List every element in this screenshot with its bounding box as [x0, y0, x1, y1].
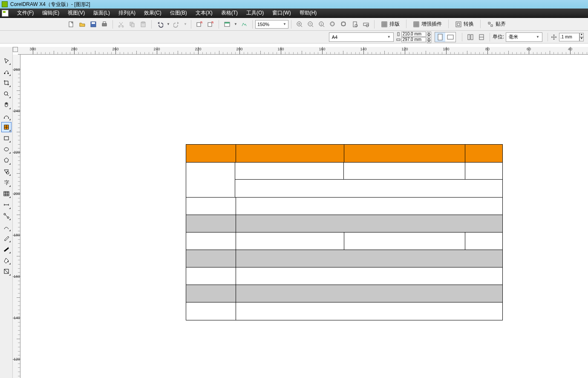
menu-效果[interactable]: 效果(C): [140, 9, 166, 17]
toolbar-贴齐[interactable]: 贴齐: [484, 20, 509, 29]
export-button[interactable]: [206, 20, 215, 29]
print-button[interactable]: [100, 20, 109, 29]
app-dropdown[interactable]: ▼: [233, 20, 238, 29]
svg-point-46: [4, 148, 9, 151]
separator: [374, 20, 375, 29]
svg-rect-32: [398, 32, 399, 36]
zoom-selection-button[interactable]: [328, 20, 337, 29]
portrait-button[interactable]: [435, 32, 445, 42]
zoom-all-button[interactable]: [339, 20, 349, 29]
nudge-spinner[interactable]: ▲▼: [579, 33, 584, 41]
tool-ellipse[interactable]: [1, 144, 12, 154]
zoom-page-button[interactable]: [350, 20, 360, 29]
svg-rect-29: [456, 22, 461, 27]
table-object[interactable]: [186, 144, 503, 320]
page-size-value: A4: [332, 35, 337, 40]
menu-文本[interactable]: 文本(X): [191, 9, 217, 17]
menu-文件[interactable]: 文件(F): [13, 9, 38, 17]
zoom-combo[interactable]: 150%▼: [255, 20, 288, 29]
canvas[interactable]: [20, 55, 588, 378]
landscape-button[interactable]: [445, 32, 455, 42]
tool-dimension[interactable]: [1, 200, 12, 210]
svg-point-41: [4, 92, 8, 95]
apply-page-button[interactable]: [466, 32, 475, 42]
undo-dropdown[interactable]: ▼: [166, 20, 170, 29]
svg-rect-3: [102, 23, 107, 26]
tool-curve[interactable]: [1, 111, 12, 121]
apply-all-button[interactable]: [477, 32, 486, 42]
tool-crop[interactable]: [1, 78, 12, 88]
paste-button[interactable]: [138, 20, 148, 29]
svg-point-39: [4, 73, 5, 74]
nudge-input[interactable]: .1 mm: [559, 33, 579, 41]
svg-rect-49: [4, 192, 9, 196]
import-button[interactable]: [195, 20, 204, 29]
ruler-horizontal[interactable]: 300280260240220200180160140120100806040: [18, 47, 588, 55]
zoom-actual-button[interactable]: 1: [317, 20, 326, 29]
tool-eyedropper[interactable]: [1, 233, 12, 243]
tool-rect[interactable]: [1, 133, 12, 143]
tool-connector[interactable]: [1, 211, 12, 221]
separator: [219, 20, 219, 29]
unit-combo[interactable]: 毫米▼: [506, 32, 542, 42]
redo-button[interactable]: [172, 20, 182, 29]
cut-button[interactable]: [116, 20, 126, 29]
menu-窗口[interactable]: 窗口(W): [268, 9, 295, 17]
new-button[interactable]: [66, 20, 76, 29]
tool-outline[interactable]: [1, 244, 12, 254]
ruler-origin[interactable]: [13, 47, 18, 52]
svg-text:字: 字: [4, 180, 9, 186]
page-width-input[interactable]: 210.0 mm: [401, 32, 426, 37]
page-height-input[interactable]: 297.0 mm: [401, 37, 426, 42]
open-button[interactable]: [78, 20, 87, 29]
menu-表格[interactable]: 表格(T): [217, 9, 242, 17]
tool-shape[interactable]: [1, 67, 12, 77]
menu-位图[interactable]: 位图(B): [166, 9, 191, 17]
menu-编辑[interactable]: 编辑(E): [38, 9, 63, 17]
tool-polygon[interactable]: [1, 155, 12, 166]
menu-bar: 文件(F)编辑(E)视图(V)版面(L)排列(A)效果(C)位图(B)文本(X)…: [0, 9, 588, 18]
tool-table[interactable]: [1, 189, 12, 199]
menu-帮助[interactable]: 帮助(H): [295, 9, 321, 17]
welcome-button[interactable]: [239, 20, 249, 29]
tool-text[interactable]: 字: [1, 177, 12, 188]
save-button[interactable]: [89, 20, 98, 29]
separator: [291, 20, 291, 29]
copy-button[interactable]: [127, 20, 137, 29]
zoom-in-button[interactable]: [295, 20, 304, 29]
separator: [462, 33, 462, 41]
menu-版面[interactable]: 版面(L): [89, 9, 114, 17]
menu-排列[interactable]: 排列(A): [114, 9, 140, 17]
tool-smart-fill[interactable]: [1, 122, 12, 132]
tool-interactive-fill[interactable]: [1, 266, 12, 276]
svg-rect-33: [397, 39, 400, 41]
toolbar-排版[interactable]: 排版: [378, 20, 403, 29]
svg-rect-2: [92, 22, 95, 24]
svg-rect-35: [447, 35, 453, 39]
toolbar-增强插件[interactable]: 增强插件: [410, 20, 445, 29]
toolbar-转换[interactable]: 转换: [452, 20, 477, 29]
height-icon: [396, 38, 401, 42]
zoom-value: 150%: [257, 22, 269, 27]
tool-hand[interactable]: [1, 100, 12, 110]
zoom-out-button[interactable]: [306, 20, 315, 29]
width-spinner[interactable]: ▲▼: [427, 32, 431, 37]
tool-interactive[interactable]: [1, 222, 12, 232]
tool-fill[interactable]: [1, 255, 12, 265]
ruler-vertical[interactable]: 260240220200180160140120: [13, 55, 20, 378]
undo-button[interactable]: [155, 20, 164, 29]
tool-zoom[interactable]: [1, 89, 12, 99]
app-launcher-button[interactable]: [222, 20, 232, 29]
zoom-width-button[interactable]: [361, 20, 371, 29]
tool-pick[interactable]: [1, 55, 12, 66]
menu-工具[interactable]: 工具(O): [242, 9, 268, 17]
svg-rect-4: [103, 22, 106, 23]
menu-视图[interactable]: 视图(V): [63, 9, 89, 17]
redo-dropdown[interactable]: ▼: [183, 20, 187, 29]
document-icon: [2, 10, 9, 17]
page-size-combo[interactable]: A4▼: [329, 32, 394, 42]
tool-basic-shapes[interactable]: [1, 166, 12, 177]
svg-rect-22: [342, 22, 345, 26]
height-spinner[interactable]: ▲▼: [427, 37, 431, 42]
separator: [548, 33, 548, 41]
